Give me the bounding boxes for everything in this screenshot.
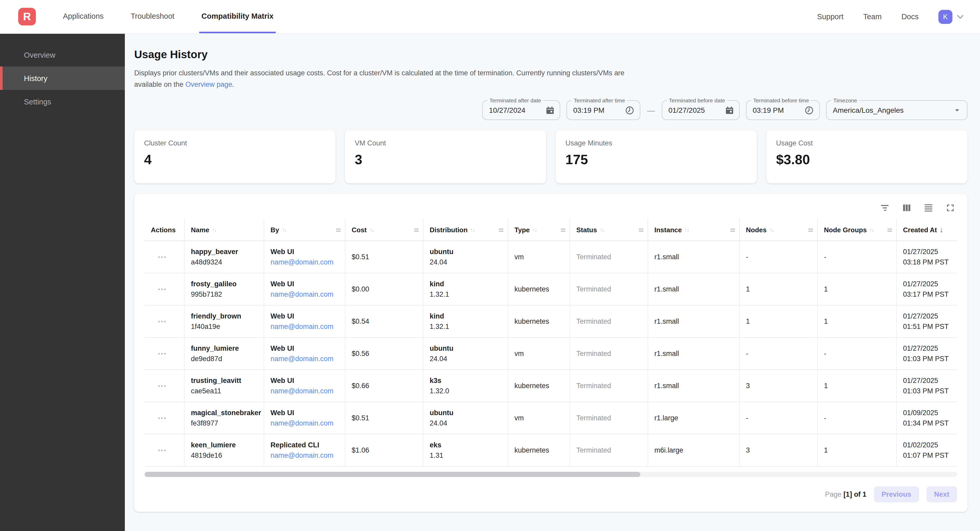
density-icon[interactable]: [923, 202, 934, 214]
table-row: ••• frosty_galileo 995b7182 Web UI name@…: [145, 273, 957, 306]
column-menu-icon[interactable]: =: [730, 225, 735, 234]
sort-icon[interactable]: ↑↓: [282, 227, 286, 233]
next-button[interactable]: Next: [926, 486, 957, 502]
sort-icon[interactable]: ↑↓: [212, 227, 216, 233]
column-header-distribution[interactable]: Distribution ↑↓ =: [423, 219, 508, 241]
row-actions-button[interactable]: •••: [158, 285, 167, 293]
nav-applications[interactable]: Applications: [61, 0, 106, 33]
node-groups-value: 1: [824, 317, 892, 325]
by-cell: Web UI name@domain.com: [264, 338, 345, 369]
sort-icon[interactable]: ↑↓: [684, 227, 689, 233]
previous-button[interactable]: Previous: [873, 486, 919, 502]
timezone-select[interactable]: Timezone America/Los_Angeles: [826, 100, 967, 120]
column-header-cost[interactable]: Cost ↑↓ =: [345, 219, 423, 241]
cost-value: $0.51: [352, 414, 419, 422]
terminated-after-date-value[interactable]: 10/27/2024: [489, 106, 546, 114]
cluster-id: 4819de16: [191, 452, 259, 459]
email-link[interactable]: name@domain.com: [270, 290, 341, 298]
overview-page-link[interactable]: Overview page: [185, 80, 232, 88]
cost-cell: $1.06: [345, 434, 423, 466]
nav-troubleshoot[interactable]: Troubleshoot: [129, 0, 177, 33]
cluster-id: cae5ea11: [191, 387, 259, 395]
column-menu-icon[interactable]: =: [414, 225, 419, 234]
row-actions-button[interactable]: •••: [158, 382, 167, 390]
clock-icon[interactable]: [625, 105, 635, 115]
timezone-value[interactable]: America/Los_Angeles: [833, 106, 953, 114]
email-link[interactable]: name@domain.com: [270, 419, 341, 427]
nodes-value: 1: [746, 285, 813, 293]
terminated-before-date-field[interactable]: Terminated before date 01/27/2025: [662, 100, 740, 120]
main-content: Usage History Displays prior clusters/VM…: [125, 34, 980, 531]
row-actions-button[interactable]: •••: [158, 447, 167, 454]
row-actions-button[interactable]: •••: [158, 414, 167, 422]
email-link[interactable]: name@domain.com: [270, 355, 341, 363]
row-actions-button[interactable]: •••: [158, 253, 167, 261]
column-label: Name: [191, 226, 209, 233]
column-header-instance[interactable]: Instance ↑↓ =: [648, 219, 739, 241]
calendar-icon[interactable]: [546, 106, 555, 114]
calendar-icon[interactable]: [725, 106, 734, 114]
row-actions-button[interactable]: •••: [158, 350, 167, 357]
column-menu-icon[interactable]: =: [808, 225, 813, 234]
terminated-before-time-value[interactable]: 03:19 PM: [752, 106, 804, 114]
filter-icon[interactable]: [879, 202, 891, 214]
sort-icon[interactable]: ↑↓: [869, 227, 874, 233]
terminated-after-time-field[interactable]: Terminated after time 03:19 PM: [566, 100, 640, 120]
column-header-status[interactable]: Status ↑↓ =: [570, 219, 648, 241]
column-header-node-groups[interactable]: Node Groups ↑↓ =: [817, 219, 896, 241]
sort-icon[interactable]: ↑↓: [532, 227, 537, 233]
column-menu-icon[interactable]: =: [638, 225, 644, 234]
avatar[interactable]: K: [939, 10, 953, 24]
column-header-created-at[interactable]: Created At ↓: [896, 219, 957, 241]
terminated-before-date-value[interactable]: 01/27/2025: [668, 106, 725, 114]
type-cell: kubernetes: [508, 434, 570, 466]
nav-docs[interactable]: Docs: [902, 13, 919, 21]
cost-value: $0.54: [352, 317, 419, 325]
columns-icon[interactable]: [901, 202, 912, 214]
table-row: ••• happy_beaver a48d9324 Web UI name@do…: [145, 241, 957, 273]
nav-compatibility-matrix[interactable]: Compatibility Matrix: [199, 0, 276, 33]
column-menu-icon[interactable]: =: [336, 225, 341, 234]
column-label: By: [270, 226, 279, 233]
column-header-name[interactable]: Name ↑↓: [184, 219, 264, 241]
horizontal-scrollbar-thumb[interactable]: [145, 472, 640, 477]
terminated-before-time-field[interactable]: Terminated before time 03:19 PM: [746, 100, 820, 120]
horizontal-scrollbar-track[interactable]: [145, 472, 957, 477]
sort-desc-icon[interactable]: ↓: [940, 225, 943, 234]
column-header-type[interactable]: Type ↑↓ =: [508, 219, 570, 241]
nav-team[interactable]: Team: [863, 13, 882, 21]
stat-label: Usage Cost: [776, 139, 958, 147]
status-badge: Terminated: [576, 382, 643, 390]
sidebar-item-history[interactable]: History: [0, 67, 125, 90]
column-menu-icon[interactable]: =: [887, 225, 892, 234]
column-header-by[interactable]: By ↑↓ =: [264, 219, 345, 241]
distribution-cell: ubuntu 24.04: [423, 241, 508, 273]
sidebar-item-overview[interactable]: Overview: [0, 43, 125, 67]
distribution-name: k3s: [430, 377, 504, 385]
instance-cell: r1.small: [648, 338, 739, 369]
actions-cell: •••: [145, 338, 184, 369]
replicated-logo[interactable]: R: [18, 8, 36, 25]
column-menu-icon[interactable]: =: [560, 225, 566, 234]
terminated-after-time-value[interactable]: 03:19 PM: [573, 106, 625, 114]
column-menu-icon[interactable]: =: [499, 225, 504, 234]
nav-support[interactable]: Support: [817, 13, 843, 21]
email-link[interactable]: name@domain.com: [270, 258, 341, 266]
email-link[interactable]: name@domain.com: [270, 452, 341, 459]
sort-icon[interactable]: ↑↓: [369, 227, 374, 233]
cost-value: $0.66: [352, 382, 419, 390]
column-header-nodes[interactable]: Nodes ↑↓ =: [739, 219, 817, 241]
account-menu[interactable]: K: [939, 10, 966, 24]
created-date: 01/02/2025: [903, 441, 953, 449]
sidebar-item-settings[interactable]: Settings: [0, 90, 125, 113]
sort-icon[interactable]: ↑↓: [470, 227, 475, 233]
terminated-after-date-field[interactable]: Terminated after date 10/27/2024: [482, 100, 560, 120]
email-link[interactable]: name@domain.com: [270, 323, 341, 330]
row-actions-button[interactable]: •••: [158, 318, 167, 325]
sort-icon[interactable]: ↑↓: [769, 227, 773, 233]
cost-cell: $0.00: [345, 273, 423, 305]
sort-icon[interactable]: ↑↓: [600, 227, 604, 233]
fullscreen-icon[interactable]: [945, 202, 956, 214]
clock-icon[interactable]: [804, 105, 814, 115]
email-link[interactable]: name@domain.com: [270, 387, 341, 395]
